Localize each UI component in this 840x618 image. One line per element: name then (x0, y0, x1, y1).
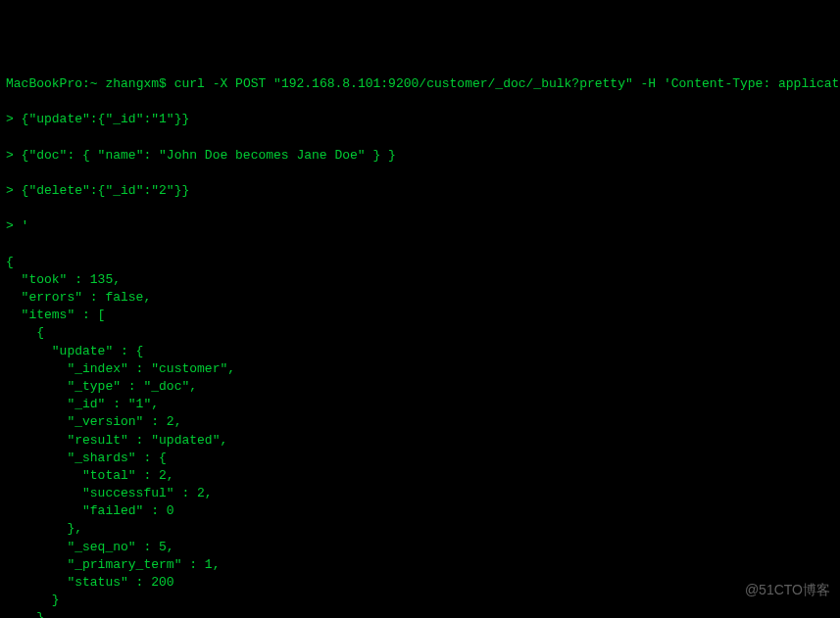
continuation-line-1: > {"update":{"_id":"1"}} (6, 111, 834, 128)
prompt-user: zhangxm (105, 76, 159, 91)
continuation-line-4: > ' (6, 217, 834, 235)
continuation-line-3: > {"delete":{"_id":"2"}} (6, 182, 834, 200)
prompt-path: ~ (90, 76, 98, 91)
terminal-prompt-line: MacBookPro:~ zhangxm$ curl -X POST "192.… (6, 75, 834, 93)
json-response-output: { "took" : 135, "errors" : false, "items… (6, 254, 834, 618)
watermark-text: @51CTO博客 (745, 581, 830, 600)
continuation-line-2: > {"doc": { "name": "John Doe becomes Ja… (6, 147, 834, 165)
command-text: curl -X POST "192.168.8.101:9200/custome… (174, 76, 840, 91)
prompt-host: MacBookPro (6, 76, 82, 91)
prompt-dollar: $ (159, 76, 167, 91)
